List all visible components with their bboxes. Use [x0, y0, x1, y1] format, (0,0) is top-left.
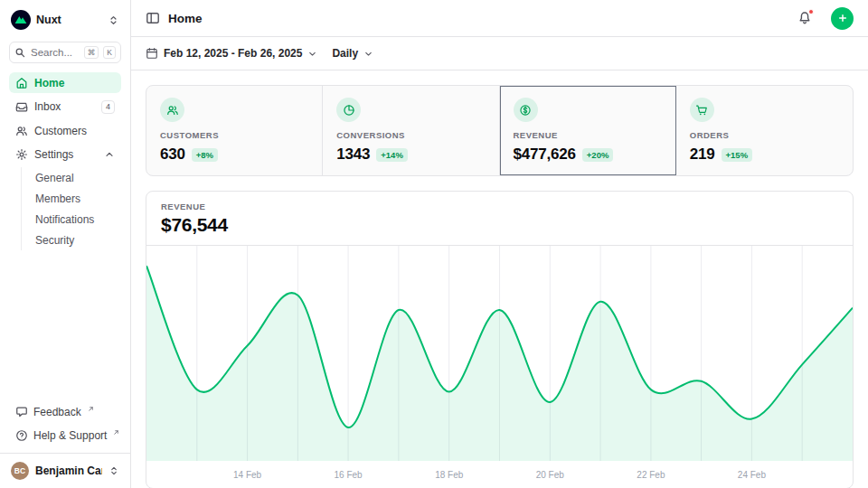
- sidebar-item-feedback[interactable]: Feedback: [9, 401, 121, 422]
- chart-total-value: $76,544: [161, 214, 838, 236]
- sidebar-subitem-members[interactable]: Members: [22, 188, 121, 209]
- date-range-picker[interactable]: Feb 12, 2025 - Feb 26, 2025: [146, 47, 317, 60]
- workspace-name: Nuxt: [36, 14, 102, 26]
- svg-text:20 Feb: 20 Feb: [536, 470, 565, 480]
- stat-change-badge: +20%: [582, 148, 614, 162]
- stat-value: 219: [690, 145, 715, 164]
- stat-card-conversions[interactable]: CONVERSIONS 1343 +14%: [323, 86, 499, 175]
- chevron-up-icon: [104, 149, 115, 160]
- sidebar-item-label: Inbox: [34, 100, 95, 113]
- notifications-button[interactable]: [797, 11, 812, 25]
- external-link-icon: [88, 406, 94, 412]
- sidebar-item-home[interactable]: Home: [9, 72, 121, 93]
- sidebar-item-help-support[interactable]: Help & Support: [9, 425, 121, 446]
- calendar-icon: [146, 47, 158, 60]
- chevrons-up-down-icon: [108, 465, 119, 476]
- external-link-icon: [113, 429, 119, 436]
- chevrons-up-down-icon: [108, 14, 119, 26]
- sidebar-nav: Home Inbox 4 Customers Settings: [9, 72, 121, 252]
- stat-card-revenue[interactable]: REVENUE $477,626 +20%: [500, 86, 676, 175]
- page-content: CUSTOMERS 630 +8% CONVERSIONS 1343 +14%: [131, 70, 868, 488]
- filters-toolbar: Feb 12, 2025 - Feb 26, 2025 Daily: [131, 37, 868, 70]
- sidebar-subitem-general[interactable]: General: [22, 167, 121, 188]
- sidebar-spacer: [9, 252, 121, 401]
- plus-icon: [836, 12, 849, 24]
- gear-icon: [15, 148, 28, 161]
- stat-label: CONVERSIONS: [336, 130, 485, 140]
- topbar: Home: [131, 0, 868, 37]
- sidebar-item-label: Home: [34, 77, 115, 89]
- stat-label: REVENUE: [514, 130, 662, 140]
- revenue-chart-card: REVENUE $76,544 14 Feb16 Feb18 Feb20 Feb…: [146, 191, 854, 488]
- dollar-circle-icon: [514, 98, 538, 122]
- stat-label: ORDERS: [690, 130, 839, 140]
- stat-change-badge: +8%: [192, 148, 218, 162]
- user-name: Benjamin Canac: [35, 465, 102, 477]
- search-placeholder: Search...: [31, 47, 80, 58]
- granularity-label: Daily: [332, 47, 358, 60]
- main-panel: Home Feb 12, 2025 - Feb 26, 2025: [131, 0, 868, 488]
- nuxt-logo: [11, 10, 31, 30]
- help-icon: [15, 429, 28, 442]
- sidebar: Nuxt Search... ⌘ K Home: [0, 0, 131, 488]
- message-icon: [15, 406, 28, 418]
- svg-text:24 Feb: 24 Feb: [738, 470, 767, 480]
- workspace-switcher[interactable]: Nuxt: [9, 7, 121, 33]
- pie-chart-icon: [336, 98, 361, 122]
- search-input[interactable]: Search... ⌘ K: [9, 42, 121, 63]
- stat-card-orders[interactable]: ORDERS 219 +15%: [676, 86, 853, 175]
- stat-change-badge: +14%: [376, 148, 408, 162]
- inbox-icon: [15, 100, 28, 113]
- user-menu[interactable]: BC Benjamin Canac: [0, 453, 130, 488]
- sidebar-item-inbox[interactable]: Inbox 4: [9, 96, 121, 117]
- home-icon: [15, 77, 28, 89]
- svg-text:14 Feb: 14 Feb: [233, 470, 262, 480]
- date-range-label: Feb 12, 2025 - Feb 26, 2025: [164, 47, 302, 60]
- settings-subnav: General Members Notifications Security: [21, 167, 121, 250]
- add-button[interactable]: [831, 7, 854, 30]
- stat-value: 630: [160, 145, 185, 164]
- granularity-select[interactable]: Daily: [332, 47, 373, 60]
- page-title: Home: [168, 12, 203, 25]
- users-icon: [160, 98, 184, 122]
- stat-value: $477,626: [514, 145, 576, 164]
- chevron-down-icon: [363, 49, 373, 59]
- sidebar-item-label: Customers: [34, 125, 115, 137]
- revenue-area-chart[interactable]: 14 Feb16 Feb18 Feb20 Feb22 Feb24 Feb: [146, 246, 853, 488]
- sidebar-subitem-security[interactable]: Security: [22, 230, 121, 250]
- stat-value: 1343: [336, 145, 370, 164]
- stat-change-badge: +15%: [722, 148, 753, 162]
- sidebar-item-label: Settings: [34, 148, 98, 161]
- stat-label: CUSTOMERS: [160, 130, 308, 140]
- sidebar-item-customers[interactable]: Customers: [9, 120, 121, 141]
- footer-link-label: Feedback: [33, 406, 81, 418]
- inbox-count-badge: 4: [101, 100, 115, 114]
- sidebar-item-settings[interactable]: Settings: [9, 144, 121, 164]
- sidebar-subitem-notifications[interactable]: Notifications: [22, 209, 121, 230]
- chart-title: REVENUE: [161, 202, 838, 211]
- chevron-down-icon: [307, 49, 317, 59]
- cart-icon: [690, 98, 714, 122]
- kbd-k: K: [103, 46, 116, 59]
- stat-card-customers[interactable]: CUSTOMERS 630 +8%: [146, 86, 323, 175]
- search-icon: [14, 47, 26, 59]
- kbd-cmd: ⌘: [84, 46, 99, 59]
- avatar: BC: [11, 462, 29, 480]
- sidebar-toggle-icon[interactable]: [146, 11, 160, 25]
- svg-text:22 Feb: 22 Feb: [637, 470, 665, 480]
- svg-text:18 Feb: 18 Feb: [435, 470, 464, 480]
- users-icon: [15, 125, 28, 137]
- notification-dot: [808, 9, 814, 14]
- chart-header: REVENUE $76,544: [146, 192, 853, 246]
- footer-link-label: Help & Support: [33, 429, 107, 442]
- stats-grid: CUSTOMERS 630 +8% CONVERSIONS 1343 +14%: [146, 85, 854, 176]
- app: Nuxt Search... ⌘ K Home: [0, 0, 868, 488]
- svg-text:16 Feb: 16 Feb: [335, 470, 363, 480]
